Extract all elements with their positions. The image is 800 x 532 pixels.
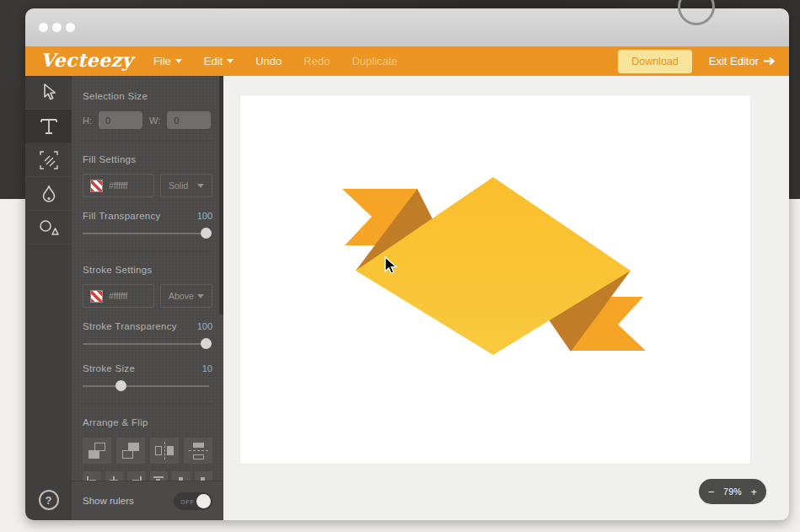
show-rulers-toggle[interactable]: OFF — [174, 492, 212, 510]
flip-horizontal-button[interactable] — [150, 438, 179, 464]
flip-horizontal-icon — [164, 442, 165, 459]
toggle-state-label: OFF — [180, 498, 195, 506]
menu-duplicate-label: Duplicate — [352, 55, 397, 67]
menu-bar: File Edit Undo Redo Duplicate — [153, 55, 398, 67]
stroke-position-value: Above — [169, 291, 194, 301]
show-rulers-label: Show rulers — [83, 496, 134, 506]
chevron-down-icon — [175, 59, 182, 63]
arrange-row — [83, 438, 212, 464]
menu-undo[interactable]: Undo — [255, 55, 282, 67]
menu-file-label: File — [153, 55, 171, 67]
stroke-transparency-value: 100 — [197, 321, 212, 331]
width-input[interactable] — [167, 111, 211, 129]
shapes-tool-button[interactable] — [25, 211, 72, 245]
stroke-transparency-slider[interactable] — [83, 338, 212, 350]
traffic-lights — [39, 23, 75, 32]
stroke-transparency-head: Stroke Transparency 100 — [83, 321, 212, 331]
flip-vertical-icon — [193, 454, 204, 459]
app-window: Vecteezy File Edit Undo Redo Duplicate D… — [25, 8, 789, 520]
stroke-size-head: Stroke Size 10 — [83, 363, 212, 373]
text-tool-icon — [40, 118, 58, 135]
stroke-transparency-label: Stroke Transparency — [83, 321, 177, 331]
exit-editor-label: Exit Editor — [709, 55, 759, 67]
editor-header: Vecteezy File Edit Undo Redo Duplicate D… — [25, 46, 789, 76]
stroke-hex-value: #ffffff — [109, 291, 127, 301]
shapes-icon — [39, 219, 59, 236]
fill-transparency-head: Fill Transparency 100 — [83, 211, 212, 221]
selection-size-section: Selection Size H: W: — [72, 76, 223, 142]
settings-sidebar: Selection Size H: W: Fill Settings #ffff… — [72, 76, 223, 520]
stroke-color-field[interactable]: #ffffff — [83, 284, 154, 308]
toggle-knob[interactable] — [196, 494, 211, 508]
download-button[interactable]: Download — [618, 50, 692, 73]
stroke-size-label: Stroke Size — [83, 363, 135, 373]
window-dot-icon[interactable] — [39, 23, 48, 32]
bring-forward-button[interactable] — [83, 438, 111, 464]
menu-redo[interactable]: Redo — [303, 55, 330, 67]
tool-strip: ? — [25, 76, 72, 520]
page: { "header": { "logo": "Vecteezy", "menus… — [0, 0, 800, 532]
menu-file[interactable]: File — [153, 55, 182, 67]
zoom-in-button[interactable]: + — [750, 486, 757, 497]
flip-vertical-button[interactable] — [184, 438, 212, 464]
menu-edit-label: Edit — [204, 55, 223, 67]
stroke-settings-title: Stroke Settings — [83, 265, 212, 275]
fill-transparency-slider[interactable] — [83, 228, 212, 239]
fill-color-row: #ffffff Solid — [83, 174, 212, 197]
no-color-swatch-icon — [90, 180, 103, 192]
slider-track — [83, 385, 209, 387]
fill-transparency-value: 100 — [197, 211, 212, 221]
canvas-area[interactable]: − 79% + — [223, 76, 789, 520]
fill-hex-value: #ffffff — [109, 180, 127, 191]
editor-main: ? Selection Size H: W: Fill Settings — [25, 76, 789, 520]
slider-track — [83, 343, 209, 345]
slider-thumb[interactable] — [201, 228, 212, 239]
artboard[interactable] — [240, 95, 750, 464]
height-label: H: — [83, 116, 92, 126]
fill-settings-title: Fill Settings — [83, 154, 212, 164]
selection-size-title: Selection Size — [83, 91, 212, 101]
ink-drop-icon — [42, 185, 56, 203]
slider-thumb[interactable] — [201, 338, 212, 349]
help-icon[interactable]: ? — [39, 490, 59, 510]
fill-color-field[interactable]: #ffffff — [83, 174, 154, 197]
menu-edit[interactable]: Edit — [204, 55, 234, 67]
menu-duplicate[interactable]: Duplicate — [352, 55, 397, 67]
flip-horizontal-icon — [155, 446, 162, 455]
arrange-flip-title: Arrange & Flip — [83, 417, 212, 427]
draw-tool-icon — [40, 151, 58, 169]
zoom-control: − 79% + — [699, 479, 766, 504]
fill-transparency-label: Fill Transparency — [83, 211, 161, 221]
width-label: W: — [149, 116, 160, 126]
window-dot-icon[interactable] — [66, 23, 75, 32]
send-backward-icon — [122, 450, 133, 459]
window-chrome — [25, 8, 789, 46]
chevron-down-icon — [197, 184, 204, 188]
fill-style-value: Solid — [169, 180, 188, 191]
exit-editor-button[interactable]: Exit Editor — [709, 55, 776, 67]
zoom-out-button[interactable]: − — [708, 486, 715, 497]
arrow-right-icon — [764, 56, 776, 66]
chevron-down-icon — [197, 294, 204, 298]
stroke-size-slider[interactable] — [83, 380, 212, 392]
chevron-down-icon — [227, 59, 234, 63]
stroke-size-value: 10 — [202, 363, 212, 373]
selection-size-row: H: W: — [83, 111, 212, 129]
text-tool-button[interactable] — [25, 110, 72, 143]
select-tool-button[interactable] — [25, 76, 72, 110]
slider-track — [83, 233, 209, 234]
arrange-flip-section: Arrange & Flip — [72, 405, 223, 492]
fill-style-dropdown[interactable]: Solid — [160, 174, 212, 197]
window-dot-icon[interactable] — [52, 23, 62, 32]
stroke-position-dropdown[interactable]: Above — [160, 284, 212, 308]
cursor-tool-icon — [41, 83, 56, 101]
bring-forward-icon — [89, 450, 99, 459]
flip-horizontal-icon — [167, 446, 174, 455]
draw-tool-button[interactable] — [25, 143, 72, 177]
fill-tool-button[interactable] — [25, 177, 72, 211]
vecteezy-logo: Vecteezy — [40, 51, 133, 72]
send-backward-button[interactable] — [116, 438, 145, 464]
height-input[interactable] — [99, 111, 142, 129]
slider-thumb[interactable] — [115, 380, 126, 391]
ribbon-graphic[interactable] — [240, 95, 750, 464]
